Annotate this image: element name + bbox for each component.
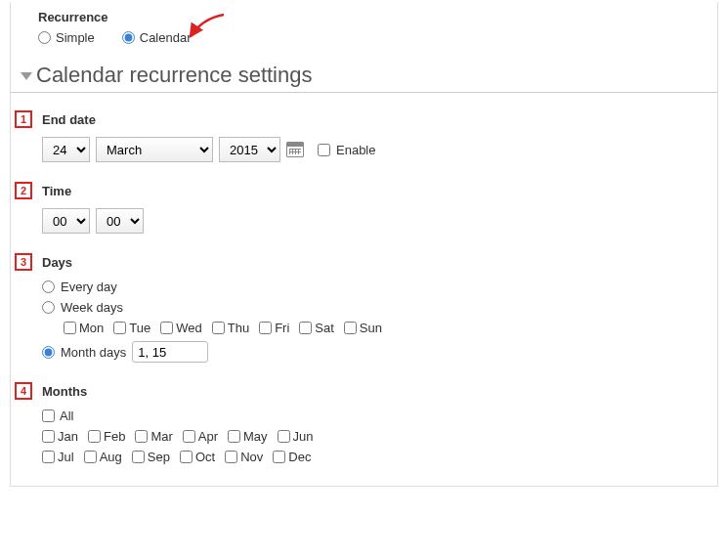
days-week-option[interactable]: Week days [42,300,717,315]
collapse-triangle-icon [21,72,32,80]
annotation-badge-4: 4 [15,382,32,400]
weekday-tue[interactable]: Tue [113,321,150,335]
time-hour-select[interactable]: 00 [42,208,90,234]
months-all-label: All [60,409,73,423]
days-group: 3 Days Every day Week days Mon Tue Wed T… [11,255,717,363]
divider [11,92,717,93]
end-date-year-select[interactable]: 2015 [219,137,280,162]
days-month-option[interactable]: Month days [42,341,717,363]
weekday-thu[interactable]: Thu [212,321,249,335]
time-minute-select[interactable]: 00 [96,208,144,234]
end-date-label: End date [42,112,717,127]
end-date-enable-label: Enable [336,143,375,157]
months-row-1: Jan Feb Mar Apr May Jun [42,429,717,444]
weekday-sun[interactable]: Sun [344,321,382,335]
recurrence-heading: Recurrence [38,10,717,24]
month-nov[interactable]: Nov [225,450,263,464]
months-group: 4 Months All Jan Feb Mar Apr May Jun Jul… [11,384,717,464]
recurrence-simple-radio[interactable] [38,31,51,44]
recurrence-settings-panel: Recurrence Simple Calendar Calendar recu… [10,2,718,487]
days-month-label: Month days [61,345,126,360]
weekday-mon[interactable]: Mon [64,321,104,335]
recurrence-calendar-label: Calendar [140,30,192,45]
recurrence-simple-option[interactable]: Simple [38,30,95,45]
annotation-badge-2: 2 [15,182,32,199]
time-label: Time [42,184,717,198]
weekday-row: Mon Tue Wed Thu Fri Sat Sun [64,321,717,335]
days-every-label: Every day [61,280,117,294]
calendar-settings-toggle[interactable]: Calendar recurrence settings [21,63,717,88]
weekday-fri[interactable]: Fri [259,321,289,335]
weekday-sat[interactable]: Sat [299,321,334,335]
recurrence-simple-label: Simple [56,30,95,45]
month-feb[interactable]: Feb [88,429,125,444]
months-label: Months [42,384,717,399]
weekday-wed[interactable]: Wed [160,321,202,335]
month-jan[interactable]: Jan [42,429,78,444]
month-jun[interactable]: Jun [278,429,314,444]
end-date-group: 1 End date 24 March 2015 Enable [11,112,717,162]
month-sep[interactable]: Sep [132,450,170,464]
recurrence-mode-row: Simple Calendar [38,30,717,45]
annotation-badge-3: 3 [15,253,32,271]
month-apr[interactable]: Apr [183,429,218,444]
month-jul[interactable]: Jul [42,450,74,464]
month-days-input[interactable] [132,341,208,363]
month-may[interactable]: May [228,429,268,444]
calendar-icon[interactable] [286,142,304,157]
recurrence-calendar-option[interactable]: Calendar [122,30,192,45]
month-dec[interactable]: Dec [273,450,311,464]
recurrence-calendar-radio[interactable] [122,31,135,44]
end-date-day-select[interactable]: 24 [42,137,90,162]
annotation-badge-1: 1 [15,110,32,128]
time-group: 2 Time 00 00 [11,184,717,234]
month-mar[interactable]: Mar [135,429,172,444]
days-month-radio[interactable] [42,346,55,359]
end-date-month-select[interactable]: March [96,137,213,162]
days-week-radio[interactable] [42,301,55,314]
months-all-option[interactable]: All [42,409,717,423]
end-date-enable-checkbox[interactable] [318,144,330,156]
calendar-settings-title: Calendar recurrence settings [36,63,312,88]
days-label: Days [42,255,717,270]
days-week-label: Week days [61,300,123,315]
months-row-2: Jul Aug Sep Oct Nov Dec [42,450,717,464]
days-every-option[interactable]: Every day [42,280,717,294]
month-aug[interactable]: Aug [84,450,122,464]
months-all-checkbox[interactable] [42,409,55,422]
month-oct[interactable]: Oct [180,450,215,464]
days-every-radio[interactable] [42,280,55,293]
